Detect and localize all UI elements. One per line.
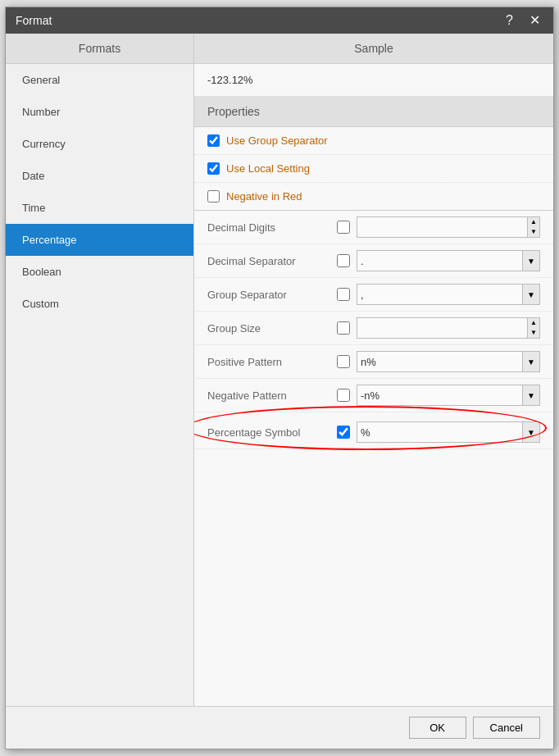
group-separator-input[interactable]	[357, 287, 522, 303]
group-separator-checkbox[interactable]	[337, 288, 350, 301]
negative-pattern-dropdown[interactable]: ▼	[522, 385, 539, 405]
decimal-digits-input-wrap: ▲ ▼	[357, 216, 540, 238]
positive-pattern-input[interactable]	[357, 354, 522, 370]
group-separator-row: Group Separator ▼	[194, 278, 553, 312]
use-group-separator-row: Use Group Separator	[194, 127, 553, 155]
sidebar-item-time[interactable]: Time	[6, 192, 193, 224]
negative-pattern-input-wrap: ▼	[357, 385, 540, 406]
group-separator-dropdown[interactable]: ▼	[522, 285, 539, 304]
sidebar-item-number[interactable]: Number	[6, 96, 193, 128]
percentage-symbol-checkbox[interactable]	[337, 426, 350, 439]
group-size-input-wrap: ▲ ▼	[357, 317, 540, 339]
format-dialog: Format ? ✕ Formats General Number Curren…	[5, 7, 554, 749]
sample-header: Sample	[194, 34, 553, 64]
dialog-footer: OK Cancel	[6, 706, 553, 749]
ok-button[interactable]: OK	[409, 717, 466, 739]
negative-pattern-row: Negative Pattern ▼	[194, 379, 553, 412]
formats-panel: Formats General Number Currency Date Tim…	[6, 34, 194, 706]
decimal-digits-label: Decimal Digits	[207, 221, 330, 234]
percentage-symbol-input-wrap: ▼	[357, 421, 540, 443]
decimal-separator-row: Decimal Separator ▼	[194, 244, 553, 278]
percentage-symbol-dropdown[interactable]: ▼	[522, 422, 539, 442]
group-size-row: Group Size ▲ ▼	[194, 312, 553, 345]
use-local-setting-label[interactable]: Use Local Setting	[226, 162, 310, 175]
decimal-digits-input[interactable]	[357, 220, 527, 235]
negative-in-red-row: Negative in Red	[194, 183, 553, 211]
positive-pattern-input-wrap: ▼	[357, 351, 540, 372]
dialog-body: Formats General Number Currency Date Tim…	[6, 34, 553, 706]
title-bar: Format ? ✕	[6, 7, 553, 34]
decimal-digits-up[interactable]: ▲	[528, 217, 539, 227]
use-local-setting-checkbox[interactable]	[207, 162, 220, 175]
cancel-button[interactable]: Cancel	[473, 717, 540, 739]
percentage-symbol-label: Percentage Symbol	[207, 426, 330, 439]
sidebar-item-custom[interactable]: Custom	[6, 288, 193, 320]
decimal-digits-row: Decimal Digits ▲ ▼	[194, 211, 553, 244]
close-button[interactable]: ✕	[526, 14, 543, 27]
positive-pattern-label: Positive Pattern	[207, 356, 330, 368]
dialog-title: Format	[16, 14, 52, 27]
percentage-symbol-input[interactable]	[357, 425, 522, 440]
sidebar-item-currency[interactable]: Currency	[6, 128, 193, 160]
negative-in-red-label[interactable]: Negative in Red	[226, 190, 302, 203]
use-group-separator-checkbox[interactable]	[207, 134, 220, 147]
decimal-separator-label: Decimal Separator	[207, 255, 330, 267]
sidebar-item-general[interactable]: General	[6, 64, 193, 96]
positive-pattern-checkbox[interactable]	[337, 355, 350, 368]
decimal-separator-dropdown[interactable]: ▼	[522, 251, 539, 271]
properties-panel: Sample -123.12% Properties Use Group Sep…	[194, 34, 553, 706]
decimal-separator-checkbox[interactable]	[337, 254, 350, 267]
decimal-digits-spinner: ▲ ▼	[527, 217, 539, 237]
sidebar-item-boolean[interactable]: Boolean	[6, 256, 193, 288]
sidebar-item-date[interactable]: Date	[6, 160, 193, 192]
sidebar-item-percentage[interactable]: Percentage	[6, 224, 193, 256]
positive-pattern-row: Positive Pattern ▼	[194, 345, 553, 379]
group-size-up[interactable]: ▲	[528, 318, 539, 328]
properties-header: Properties	[194, 97, 553, 127]
decimal-digits-down[interactable]: ▼	[528, 227, 539, 237]
positive-pattern-dropdown[interactable]: ▼	[522, 352, 539, 371]
group-size-input[interactable]	[357, 321, 527, 336]
sample-value: -123.12%	[194, 64, 553, 97]
group-separator-input-wrap: ▼	[357, 284, 540, 305]
use-local-setting-row: Use Local Setting	[194, 155, 553, 183]
decimal-separator-input-wrap: ▼	[357, 250, 540, 271]
decimal-digits-checkbox[interactable]	[337, 221, 350, 234]
use-group-separator-label[interactable]: Use Group Separator	[226, 134, 328, 147]
group-separator-label: Group Separator	[207, 289, 330, 301]
formats-header: Formats	[6, 34, 193, 64]
help-button[interactable]: ?	[502, 14, 516, 27]
negative-pattern-checkbox[interactable]	[337, 389, 350, 402]
group-size-checkbox[interactable]	[337, 321, 350, 335]
group-size-spinner: ▲ ▼	[527, 318, 539, 338]
percentage-symbol-row: Percentage Symbol ▼	[194, 416, 553, 449]
negative-pattern-label: Negative Pattern	[207, 389, 330, 402]
title-bar-controls: ? ✕	[502, 14, 543, 27]
group-size-down[interactable]: ▼	[528, 328, 539, 338]
decimal-separator-input[interactable]	[357, 253, 522, 269]
negative-in-red-checkbox[interactable]	[207, 190, 220, 203]
group-size-label: Group Size	[207, 322, 330, 335]
negative-pattern-input[interactable]	[357, 388, 522, 403]
